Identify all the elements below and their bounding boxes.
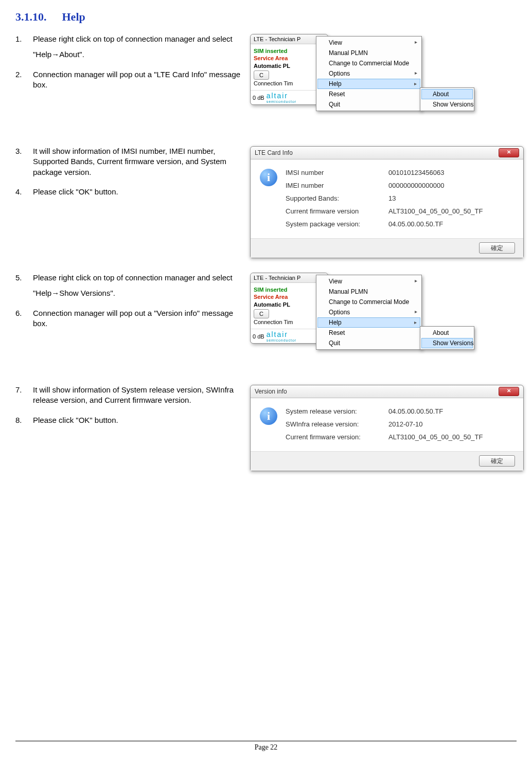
- brand-logo: altair semiconductor: [267, 92, 297, 103]
- brand-logo: altair semiconductor: [267, 330, 297, 342]
- lte-card-info-dialog: LTE Card Info ✕ i IMSI number00101012345…: [250, 146, 524, 258]
- sys-release-label: System release version:: [286, 407, 388, 415]
- step-text: Connection manager will pop out a "LTE C…: [33, 70, 240, 89]
- help-submenu: About Show Versions: [420, 326, 474, 350]
- step-subtext: "Help→About".: [33, 49, 242, 60]
- menu-item-view[interactable]: View: [317, 38, 420, 48]
- version-info-dialog: Version info ✕ i System release version:…: [250, 385, 524, 471]
- bands-label: Supported Bands:: [286, 194, 388, 202]
- imei-label: IMEI number: [286, 182, 388, 189]
- info-icon: i: [260, 407, 277, 425]
- context-menu: View Manual PLMN Change to Commercial Mo…: [316, 275, 422, 350]
- firmware-label: Current firmware version: [286, 207, 388, 215]
- sys-release-value: 04.05.00.00.50.TF: [388, 407, 513, 415]
- menu-item-reset[interactable]: Reset: [317, 328, 420, 338]
- swinfra-value: 2012-07-10: [388, 420, 513, 428]
- menu-item-manual-plmn[interactable]: Manual PLMN: [317, 287, 420, 297]
- automatic-plmn: Automatic PL: [254, 301, 325, 308]
- menu-item-options[interactable]: Options: [317, 307, 420, 317]
- firmware-value: ALT3100_04_05_00_00_50_TF: [388, 207, 513, 215]
- context-menu: View Manual PLMN Change to Commercial Mo…: [316, 36, 422, 111]
- step-5: 5. Please right click on top of connecti…: [15, 273, 242, 299]
- menu-item-quit[interactable]: Quit: [317, 338, 420, 348]
- step-text: Please right click on top of connection …: [33, 34, 233, 43]
- imei-value: 000000000000000: [388, 182, 513, 189]
- dialog-title: LTE Card Info: [255, 149, 293, 156]
- step-text: It will show information of System relea…: [33, 385, 234, 404]
- screenshot-context-menu-about: LTE - Technician P SIM inserted Service …: [250, 34, 471, 132]
- automatic-plmn: Automatic PL: [254, 62, 325, 69]
- signal-label: 0 dB: [253, 333, 264, 340]
- step-1: 1. Please right click on top of connecti…: [15, 34, 242, 60]
- connection-time: Connection Tim: [254, 318, 325, 326]
- signal-label: 0 dB: [253, 95, 264, 101]
- step-text: Please right click on top of connection …: [33, 273, 233, 282]
- step-7: 7. It will show information of System re…: [15, 385, 242, 406]
- screenshot-context-menu-versions: LTE - Technician P SIM inserted Service …: [250, 273, 471, 370]
- step-text: Please click "OK" button.: [33, 187, 118, 196]
- close-icon[interactable]: ✕: [499, 148, 519, 157]
- sim-status: SIM inserted: [254, 47, 325, 55]
- sim-status: SIM inserted: [254, 286, 325, 293]
- menu-item-options[interactable]: Options: [317, 68, 420, 79]
- step-6: 6. Connection manager will pop out a "Ve…: [15, 308, 242, 329]
- step-text: It will show information of IMSI number,…: [33, 147, 226, 176]
- info-icon: i: [260, 169, 277, 186]
- connection-time: Connection Tim: [254, 80, 325, 87]
- menu-item-quit[interactable]: Quit: [317, 99, 420, 110]
- menu-item-manual-plmn[interactable]: Manual PLMN: [317, 48, 420, 58]
- swinfra-label: SWInfra release version:: [286, 420, 388, 428]
- section-heading: 3.1.10.Help: [15, 10, 517, 24]
- ok-button[interactable]: 確定: [479, 455, 515, 467]
- package-label: System package version:: [286, 220, 388, 228]
- step-2: 2. Connection manager will pop out a "LT…: [15, 69, 242, 91]
- menu-item-help[interactable]: Help: [317, 317, 420, 328]
- imsi-value: 001010123456063: [388, 169, 513, 176]
- firmware-label: Current firmware version:: [286, 433, 388, 441]
- service-area: Service Area: [254, 55, 325, 62]
- bands-value: 13: [388, 194, 513, 202]
- submenu-item-show-versions[interactable]: Show Versions: [421, 338, 473, 348]
- menu-item-commercial-mode[interactable]: Change to Commercial Mode: [317, 297, 420, 307]
- close-icon[interactable]: ✕: [499, 387, 519, 396]
- package-value: 04.05.00.00.50.TF: [388, 220, 513, 228]
- menu-item-help[interactable]: Help: [317, 79, 420, 89]
- step-4: 4. Please click "OK" button.: [15, 187, 242, 197]
- help-submenu: About Show Versions: [420, 87, 474, 111]
- menu-item-view[interactable]: View: [317, 276, 420, 287]
- section-title: Help: [62, 10, 85, 23]
- menu-item-reset[interactable]: Reset: [317, 89, 420, 99]
- dialog-title: Version info: [255, 388, 287, 395]
- section-number: 3.1.10.: [15, 10, 47, 23]
- submenu-item-show-versions[interactable]: Show Versions: [421, 99, 473, 110]
- step-3: 3. It will show information of IMSI numb…: [15, 146, 242, 177]
- submenu-item-about[interactable]: About: [421, 328, 473, 338]
- submenu-item-about[interactable]: About: [421, 89, 473, 99]
- connect-button[interactable]: C: [254, 309, 269, 318]
- connect-button[interactable]: C: [254, 70, 269, 80]
- step-text: Please click "OK" button.: [33, 416, 118, 424]
- step-subtext: "Help→Show Versions".: [33, 288, 242, 298]
- service-area: Service Area: [254, 293, 325, 300]
- step-8: 8. Please click "OK" button.: [15, 415, 242, 425]
- firmware-value: ALT3100_04_05_00_00_50_TF: [388, 433, 513, 441]
- ok-button[interactable]: 確定: [479, 242, 515, 254]
- menu-item-commercial-mode[interactable]: Change to Commercial Mode: [317, 58, 420, 68]
- step-text: Connection manager will pop out a "Versi…: [33, 309, 233, 328]
- imsi-label: IMSI number: [286, 169, 388, 176]
